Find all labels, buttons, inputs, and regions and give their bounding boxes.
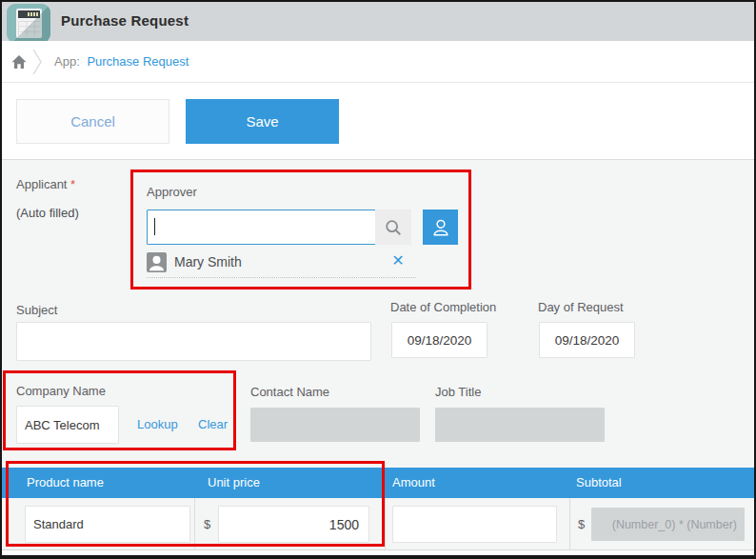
job-title-label: Job Title <box>435 385 481 399</box>
home-icon[interactable] <box>11 54 27 70</box>
calculator-app-icon <box>7 4 50 43</box>
date-of-completion-label: Date of Completion <box>390 300 496 314</box>
day-of-request-label: Day of Request <box>538 300 624 314</box>
unit-price-currency: $ <box>204 506 210 543</box>
save-button[interactable]: Save <box>186 99 339 144</box>
column-divider <box>194 498 195 550</box>
approver-search-input[interactable] <box>147 210 376 245</box>
page-title: Purchase Request <box>61 0 189 41</box>
breadcrumb: App: Purchase Request <box>0 41 756 83</box>
contact-name-field <box>250 408 420 442</box>
products-table-header: Product name Unit price Amount Subtotal <box>0 468 756 498</box>
day-of-request-input[interactable] <box>539 322 635 358</box>
select-user-button[interactable] <box>423 210 458 245</box>
remove-user-icon[interactable]: ✕ <box>387 250 409 272</box>
subject-input[interactable] <box>16 322 371 361</box>
selected-user-underline <box>147 277 416 278</box>
approver-search-button[interactable] <box>375 210 411 245</box>
company-name-input[interactable] <box>16 406 119 444</box>
lookup-link[interactable]: Lookup <box>137 406 178 444</box>
breadcrumb-prefix: App: <box>54 54 80 69</box>
selected-user-avatar <box>147 252 167 272</box>
column-divider <box>385 498 386 550</box>
job-title-field <box>435 408 605 442</box>
applicant-label: Applicant * <box>16 177 75 191</box>
subtotal-currency: $ <box>578 506 585 543</box>
app-header-bar: Purchase Request <box>0 0 756 41</box>
approver-label: Approver <box>147 185 197 199</box>
magnifier-icon <box>384 218 403 237</box>
column-header-amount: Amount <box>392 468 435 498</box>
breadcrumb-app-link[interactable]: Purchase Request <box>87 54 189 69</box>
breadcrumb-text: App: Purchase Request <box>54 41 189 83</box>
column-header-subtotal: Subtotal <box>576 468 622 498</box>
amount-input[interactable] <box>392 506 557 543</box>
company-name-label: Company Name <box>16 384 106 398</box>
icon-shadow <box>7 4 50 43</box>
column-header-product-name: Product name <box>27 468 104 498</box>
applicant-autofill-note: (Auto filled) <box>16 206 79 220</box>
column-divider <box>569 498 570 550</box>
chevron-right-icon <box>31 48 43 76</box>
person-icon <box>430 217 451 238</box>
product-name-input[interactable] <box>25 506 190 543</box>
clear-link[interactable]: Clear <box>198 406 228 444</box>
contact-name-label: Contact Name <box>250 385 329 399</box>
column-header-unit-price: Unit price <box>208 468 260 498</box>
unit-price-input[interactable] <box>218 506 369 543</box>
subject-label: Subject <box>16 303 57 317</box>
date-of-completion-input[interactable] <box>391 322 487 358</box>
subtotal-field <box>591 508 745 541</box>
text-caret <box>154 218 155 235</box>
selected-user-name: Mary Smith <box>174 252 242 272</box>
record-form: Applicant * (Auto filled) Approver <box>0 159 756 550</box>
person-icon <box>147 252 167 272</box>
cancel-button[interactable]: Cancel <box>16 99 169 144</box>
purchase-request-screen: Purchase Request App: Purchase Request C… <box>0 0 756 559</box>
required-mark: * <box>70 177 75 191</box>
